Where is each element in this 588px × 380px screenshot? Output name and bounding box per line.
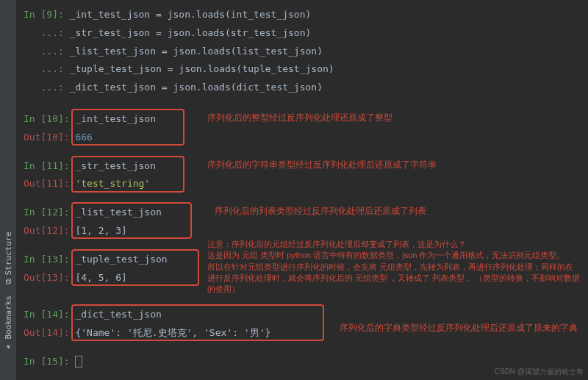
cont-prompt: ...: (24, 46, 70, 57)
note-line: 进行反序列化处理时，就会将序列化后的 元组类型 ，又转成了 列表类型 。（类型的… (207, 273, 588, 284)
annotation-int: 序列化后的整型经过反序列化处理还原成了整型 (207, 112, 392, 124)
annotation-dict: 序列化后的字典类型经过反序列化处理后还原成了原来的字典 (340, 322, 578, 334)
cell-9: In [9]: _int_test_json = json.loads(int_… (16, 6, 588, 97)
out-prompt: Out[13]: (24, 272, 75, 283)
note-line: 这是因为 元组 类型时 python 语言中特有的数据类型，json 作为一个通… (207, 250, 588, 261)
structure-icon: ⧉ (4, 278, 13, 284)
in-prompt: In [14]: (24, 309, 75, 320)
in-prompt: In [9]: (24, 9, 70, 20)
in-prompt: In [10]: (24, 113, 75, 124)
in-prompt: In [11]: (24, 160, 75, 171)
note-line: 所以在针对元组类型进行序列化的时候，会先将 元组类型，先转为列表，再进行序列化处… (207, 262, 588, 273)
out-prompt: Out[14]: (24, 327, 75, 338)
cont-prompt: ...: (24, 82, 70, 93)
annotation-tuple: 注意：序列化后的元组经过反序列化处理后却变成了列表，这是为什么？ 这是因为 元组… (207, 239, 588, 295)
out-prompt: Out[12]: (24, 225, 75, 236)
ide-sidebar: ⧉ Structure ★ Bookmarks (0, 0, 16, 380)
out-prompt: Out[11]: (24, 178, 75, 189)
out-value: 'test_string' (75, 178, 150, 189)
out-value: [1, 2, 3] (75, 225, 126, 236)
cell-14: In [14]: _dict_test_json Out[14]: {'Name… (16, 306, 588, 343)
sidebar-label-structure: Structure (4, 232, 13, 276)
code-line: _list_test_json (75, 207, 161, 218)
code-line: _list_test_json = json.loads(list_test_j… (70, 46, 323, 57)
cont-prompt: ...: (24, 63, 70, 74)
console-content: In [9]: _int_test_json = json.loads(int_… (16, 0, 588, 371)
code-line: _int_test_json (75, 113, 156, 124)
cursor[interactable] (75, 356, 82, 368)
in-prompt: In [13]: (24, 254, 75, 265)
sidebar-tab-bookmarks[interactable]: ★ Bookmarks (2, 290, 15, 358)
cell-12: In [12]: _list_test_json Out[12]: [1, 2,… (16, 204, 588, 240)
note-line: 注意：序列化后的元组经过反序列化处理后却变成了列表，这是为什么？ (207, 239, 588, 250)
sidebar-label-bookmarks: Bookmarks (4, 295, 13, 340)
out-value: 666 (75, 132, 92, 143)
code-line: _tuple_test_json (75, 254, 167, 265)
annotation-list: 序列化后的列表类型经过反序列化处理后还原成了列表 (215, 205, 426, 218)
out-prompt: Out[10]: (24, 132, 75, 143)
note-line: 的使用） (207, 284, 588, 295)
cont-prompt: ...: (24, 27, 70, 38)
in-prompt: In [15]: (24, 356, 75, 367)
code-line: _dict_test_json (75, 309, 161, 320)
out-value: {'Name': '托尼.史塔克', 'Sex': '男'} (75, 327, 270, 338)
cell-10: In [10]: _int_test_json Out[10]: 666 序列化… (16, 110, 588, 147)
bookmark-icon: ★ (4, 343, 13, 352)
watermark: CSDN @渴望力量的哈士奇 (495, 367, 584, 377)
code-line: _tuple_test_json = json.loads(tuple_test… (70, 63, 334, 74)
code-line: _int_test_json = json.loads(int_test_jso… (70, 9, 312, 20)
sidebar-tab-structure[interactable]: ⧉ Structure (2, 226, 15, 290)
code-line: _dict_test_json = json.loads(dict_test_j… (70, 82, 323, 93)
annotation-str: 序列化后的字符串类型经过反序列化处理后还原成了字符串 (207, 159, 437, 171)
cell-13: In [13]: _tuple_test_json Out[13]: [4, 5… (16, 251, 588, 287)
out-value: [4, 5, 6] (75, 272, 126, 283)
code-line: _str_test_json (75, 160, 156, 171)
code-line: _str_test_json = json.loads(str_test_jso… (70, 27, 312, 38)
cell-11: In [11]: _str_test_json Out[11]: 'test_s… (16, 157, 588, 194)
in-prompt: In [12]: (24, 207, 75, 218)
